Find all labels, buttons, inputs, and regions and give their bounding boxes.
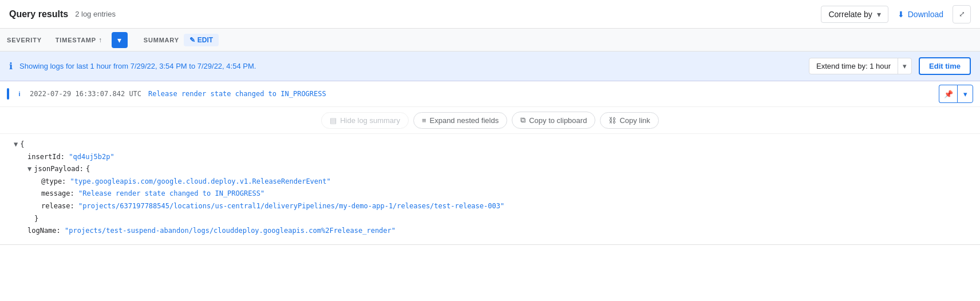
download-icon: ⬇: [898, 10, 904, 19]
json-line-jsonpayload: ▼ jsonPayload: {: [14, 163, 971, 176]
pencil-icon: ✎: [189, 36, 195, 44]
log-detail-area: ▤ Hide log summary ≡ Expand nested field…: [0, 107, 980, 245]
json-line-release: release: "projects/637197788545/location…: [14, 200, 971, 213]
expand-row-button[interactable]: ▾: [957, 85, 973, 103]
chevron-down-icon: ▾: [877, 10, 881, 19]
correlate-button[interactable]: Correlate by ▾: [821, 6, 888, 23]
expand-nested-button[interactable]: ≡ Expand nested fields: [413, 112, 507, 129]
hide-summary-button[interactable]: ▤ Hide log summary: [321, 112, 409, 129]
extend-time-button[interactable]: Extend time by: 1 hour ▾: [809, 58, 912, 74]
download-button[interactable]: ⬇ Download: [898, 10, 943, 19]
expand-icon: ≡: [422, 116, 426, 125]
chevron-down-icon: ▾: [963, 90, 967, 98]
collapse-payload-icon[interactable]: ▼: [27, 163, 31, 176]
json-line-jsonpayload-close: }: [14, 213, 971, 225]
timestamp-filter-dropdown[interactable]: ▾: [112, 32, 128, 48]
json-line-insertid: insertId: "qd4uj5b2p": [14, 151, 971, 164]
log-level-indicator: [7, 88, 9, 100]
chevron-down-icon: ▾: [117, 35, 121, 45]
sort-asc-icon: ↑: [98, 36, 102, 44]
correlate-label: Correlate by: [828, 10, 872, 19]
log-timestamp: 2022-07-29 16:33:07.842 UTC: [30, 90, 141, 98]
extend-chevron-icon: ▾: [898, 58, 911, 74]
time-banner: ℹ Showing logs for last 1 hour from 7/29…: [0, 52, 980, 81]
log-entry-row[interactable]: i 2022-07-29 16:33:07.842 UTC Release re…: [0, 81, 980, 107]
severity-column-header: SEVERITY: [7, 37, 42, 43]
summary-icon: ▤: [330, 116, 337, 125]
json-line-type: @type: "type.googleapis.com/google.cloud…: [14, 176, 971, 188]
header-bar: Query results 2 log entries Correlate by…: [0, 0, 980, 29]
pin-icon: 📌: [944, 90, 953, 98]
summary-column-header: SUMMARY: [144, 37, 179, 43]
clipboard-icon: ⧉: [520, 116, 525, 125]
log-level-badge: i: [16, 90, 23, 97]
json-line-message: message: "Release render state changed t…: [14, 188, 971, 200]
fullscreen-button[interactable]: ⤢: [953, 5, 971, 23]
copy-link-button[interactable]: ⛓ Copy link: [600, 112, 658, 129]
log-count: 2 log entries: [75, 10, 116, 18]
detail-action-bar: ▤ Hide log summary ≡ Expand nested field…: [0, 107, 980, 134]
timestamp-column-header[interactable]: TIMESTAMP ↑: [56, 36, 102, 44]
json-line-logname: logName: "projects/test-suspend-abandon/…: [14, 225, 971, 237]
log-json-content: ▼ { insertId: "qd4uj5b2p" ▼ jsonPayload:…: [0, 134, 980, 244]
log-message: Release render state changed to IN_PROGR…: [148, 90, 932, 98]
time-banner-text: Showing logs for last 1 hour from 7/29/2…: [19, 62, 802, 70]
edit-time-button[interactable]: Edit time: [919, 57, 971, 75]
info-icon: ℹ: [9, 61, 13, 72]
extend-time-label: Extend time by: 1 hour: [809, 58, 898, 74]
copy-clipboard-button[interactable]: ⧉ Copy to clipboard: [512, 112, 595, 129]
column-headers: SEVERITY TIMESTAMP ↑ ▾ SUMMARY ✎ EDIT: [0, 29, 980, 52]
pin-button[interactable]: 📌: [939, 85, 957, 103]
edit-button[interactable]: ✎ EDIT: [184, 34, 219, 46]
expand-icon: ⤢: [959, 10, 965, 18]
page-title: Query results: [9, 9, 68, 19]
json-line-brace-open: ▼ {: [14, 138, 971, 151]
collapse-icon[interactable]: ▼: [14, 138, 18, 151]
link-icon: ⛓: [608, 116, 616, 125]
summary-column-area: SUMMARY ✎ EDIT: [144, 34, 219, 46]
